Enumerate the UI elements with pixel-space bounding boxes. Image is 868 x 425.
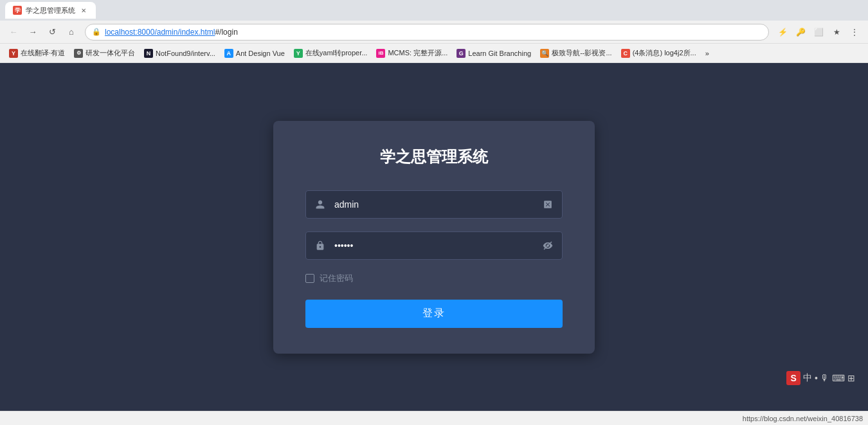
page-content: 学之思管理系统 — [0, 63, 868, 411]
username-input[interactable] — [334, 191, 534, 218]
username-field-group — [305, 190, 563, 219]
login-card: 学之思管理系统 — [273, 121, 595, 354]
status-url: https://blog.csdn.net/weixin_40816738 — [743, 415, 863, 422]
remember-checkbox[interactable] — [305, 274, 314, 283]
bookmark-favicon: G — [457, 49, 466, 58]
bookmark-yaml[interactable]: Y 在线yaml转proper... — [290, 46, 372, 60]
forward-button[interactable]: → — [24, 24, 41, 41]
ssl-lock-icon: 🔒 — [92, 28, 101, 36]
remember-row: 记住密码 — [305, 273, 563, 284]
more-icon[interactable]: ⋮ — [846, 24, 863, 41]
bookmark-youdao[interactable]: Y 在线翻译·有道 — [5, 46, 69, 60]
tab-favicon: 学 — [13, 6, 22, 15]
login-button[interactable]: 登录 — [305, 300, 563, 328]
corner-widget: S 中 • 🎙 ⌨ ⊞ — [786, 371, 855, 385]
bookmark-more[interactable]: » — [701, 46, 713, 60]
address-highlight: localhost:8000/admin/index.html — [105, 28, 215, 37]
reload-button[interactable]: ↺ — [44, 24, 60, 41]
widget-chinese-icon: 中 — [803, 372, 812, 384]
address-suffix: #/login — [215, 28, 237, 37]
widget-dot-icon: • — [815, 373, 818, 383]
bookmark-gitbranching[interactable]: G Learn Git Branching — [453, 46, 535, 60]
title-bar: 学 学之思管理系统 ✕ — [0, 0, 868, 21]
browser-chrome: 学 学之思管理系统 ✕ ← → ↺ ⌂ 🔒 localhost:8000/adm… — [0, 0, 868, 63]
bookmark-favicon: iB — [376, 49, 385, 58]
password-field-group — [305, 231, 563, 260]
bookmark-favicon: 🔍 — [540, 49, 549, 58]
bookmark-more-label: » — [705, 50, 709, 57]
bookmark-favicon: N — [144, 49, 153, 58]
bookmark-favicon: Y — [9, 49, 18, 58]
tab-title: 学之思管理系统 — [26, 6, 75, 15]
bookmark-favicon: Y — [294, 49, 303, 58]
widget-s-icon: S — [786, 371, 800, 385]
key-icon[interactable]: 🔑 — [792, 24, 809, 41]
status-bar: https://blog.csdn.net/weixin_40816738 — [0, 411, 868, 425]
bookmark-label: 研发一体化平台 — [86, 48, 135, 58]
tab-close-button[interactable]: ✕ — [79, 6, 88, 15]
widget-mic-icon: 🎙 — [820, 373, 829, 383]
address-bar[interactable]: 🔒 localhost:8000/admin/index.html#/login — [85, 24, 769, 41]
bookmark-notfound[interactable]: N NotFound9/interv... — [140, 46, 219, 60]
bookmark-label: 在线yaml转proper... — [305, 48, 368, 58]
bookmark-label: NotFound9/interv... — [156, 50, 215, 57]
bookmark-star-icon[interactable]: ★ — [828, 24, 845, 41]
remember-label: 记住密码 — [320, 273, 353, 284]
bookmark-mcms[interactable]: iB MCMS: 完整开源... — [372, 46, 451, 60]
back-button[interactable]: ← — [5, 24, 22, 41]
bookmark-antd[interactable]: A Ant Design Vue — [221, 46, 289, 60]
bookmark-log4j2[interactable]: C (4条消息) log4j2所... — [617, 46, 700, 60]
user-icon — [306, 199, 334, 210]
bookmark-label: 在线翻译·有道 — [21, 48, 65, 58]
bookmark-devplatform[interactable]: ⚙ 研发一体化平台 — [70, 46, 139, 60]
widget-keyboard-icon: ⌨ — [832, 373, 845, 383]
bookmark-label: Ant Design Vue — [236, 50, 285, 57]
password-input[interactable] — [334, 232, 534, 259]
clear-username-icon[interactable] — [534, 200, 562, 209]
lock-icon — [306, 240, 334, 251]
bookmark-jizhidaohang[interactable]: 🔍 极致导航--影视资... — [536, 46, 616, 60]
nav-bar: ← → ↺ ⌂ 🔒 localhost:8000/admin/index.htm… — [0, 21, 868, 44]
bookmark-favicon: ⚙ — [74, 49, 83, 58]
screenshot-icon[interactable]: ⬜ — [810, 24, 827, 41]
active-tab[interactable]: 学 学之思管理系统 ✕ — [5, 2, 96, 19]
widget-grid-icon: ⊞ — [847, 373, 855, 383]
bookmark-label: MCMS: 完整开源... — [388, 48, 448, 58]
bookmark-label: Learn Git Branching — [468, 50, 531, 57]
login-title: 学之思管理系统 — [305, 147, 563, 167]
home-button[interactable]: ⌂ — [63, 24, 80, 41]
lightning-icon[interactable]: ⚡ — [774, 24, 791, 41]
bookmark-favicon: C — [621, 49, 630, 58]
bookmark-label: 极致导航--影视资... — [552, 48, 612, 58]
bookmark-favicon: A — [224, 49, 233, 58]
toggle-password-icon[interactable] — [534, 240, 562, 251]
nav-extra-icons: ⚡ 🔑 ⬜ ★ ⋮ — [774, 24, 863, 41]
bookmark-label: (4条消息) log4j2所... — [633, 48, 696, 58]
bookmarks-bar: Y 在线翻译·有道 ⚙ 研发一体化平台 N NotFound9/interv..… — [0, 44, 868, 63]
address-text: localhost:8000/admin/index.html#/login — [105, 28, 762, 37]
